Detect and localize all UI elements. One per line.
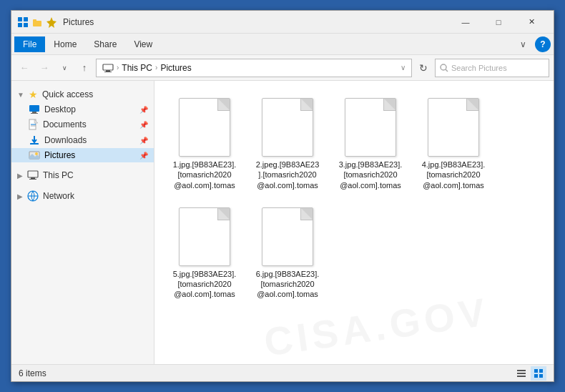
sidebar-spacer-2 — [11, 182, 154, 188]
search-icon — [440, 64, 448, 72]
svg-rect-24 — [29, 179, 36, 180]
file-name-5: 5.jpg.[9B83AE23].[tomasrich2020@aol.com]… — [173, 269, 237, 300]
back-button[interactable]: ← — [16, 59, 33, 77]
svg-rect-12 — [29, 105, 39, 112]
path-separator-1: › — [117, 64, 119, 72]
dropdown-button[interactable]: ∨ — [56, 59, 73, 77]
desktop-pin-icon: 📌 — [139, 106, 148, 114]
quick-access-arrow: ▼ — [17, 91, 24, 99]
addressbar: ← → ∨ ↑ › This PC › Pictures ∨ ↻ — [11, 55, 554, 81]
list-view-icon — [516, 368, 526, 378]
file-icon-6 — [262, 207, 313, 266]
svg-rect-7 — [103, 64, 113, 70]
sidebar-spacer-1 — [11, 162, 154, 168]
path-this-pc: This PC — [122, 63, 152, 73]
file-page-6 — [262, 207, 313, 266]
titlebar: Pictures — □ ✕ — [11, 11, 554, 34]
sidebar-item-pictures[interactable]: Pictures 📌 — [11, 148, 154, 162]
file-name-1: 1.jpg.[9B83AE23].[tomasrich2020@aol.com]… — [173, 160, 237, 190]
minimize-button[interactable]: — — [449, 11, 482, 34]
quick-access-star-icon: ★ — [29, 89, 38, 100]
grid-view-icon — [534, 368, 544, 378]
menubar-right: ∨ ? — [514, 36, 551, 52]
search-box[interactable]: Search Pictures — [435, 59, 549, 77]
svg-rect-3 — [24, 23, 28, 27]
forward-button[interactable]: → — [36, 59, 53, 77]
file-icon-3 — [345, 98, 396, 157]
address-path[interactable]: › This PC › Pictures ∨ — [96, 59, 412, 77]
svg-rect-30 — [534, 369, 538, 373]
maximize-button[interactable]: □ — [482, 11, 515, 34]
sidebar-label-downloads: Downloads — [44, 135, 87, 145]
file-icon-5 — [179, 207, 230, 266]
list-view-button[interactable] — [514, 366, 529, 381]
sidebar-item-downloads[interactable]: Downloads 📌 — [11, 132, 154, 148]
menubar-chevron[interactable]: ∨ — [514, 36, 532, 52]
path-pictures: Pictures — [160, 63, 191, 73]
svg-rect-1 — [24, 17, 28, 21]
file-item-4[interactable]: 4.jpg.[9B83AE23].[tomasrich2020@aol.com]… — [418, 95, 489, 193]
documents-pin-icon: 📌 — [139, 121, 148, 129]
svg-rect-27 — [517, 370, 526, 371]
menu-share[interactable]: Share — [85, 36, 125, 52]
file-icon-2 — [262, 98, 313, 157]
sidebar-label-desktop: Desktop — [44, 104, 76, 114]
sidebar-item-thispc[interactable]: ▶ This PC — [11, 168, 154, 182]
sidebar: ▼ ★ Quick access Desktop 📌 — [11, 81, 154, 364]
svg-rect-2 — [18, 23, 22, 27]
sidebar-label-documents: Documents — [43, 119, 87, 129]
view-switcher — [514, 366, 546, 381]
search-placeholder: Search Pictures — [451, 64, 507, 72]
file-item-6[interactable]: 6.jpg.[9B83AE23].[tomasrich2020@aol.com]… — [252, 205, 323, 303]
explorer-window: Pictures — □ ✕ File Home Share View ∨ ? … — [11, 10, 554, 382]
svg-line-11 — [446, 69, 448, 72]
file-item-5[interactable]: 5.jpg.[9B83AE23].[tomasrich2020@aol.com]… — [169, 205, 240, 303]
file-item-1[interactable]: 1.jpg.[9B83AE23].[tomasrich2020@aol.com]… — [169, 95, 240, 193]
downloads-pin-icon: 📌 — [139, 137, 148, 144]
svg-rect-14 — [31, 113, 38, 114]
window-controls: — □ ✕ — [449, 11, 548, 34]
help-button[interactable]: ? — [535, 36, 551, 52]
grid-view-button[interactable] — [531, 366, 546, 381]
file-page-1 — [179, 98, 230, 157]
quick-access-icon — [31, 16, 43, 28]
svg-rect-33 — [539, 374, 543, 378]
sidebar-label-quick-access: Quick access — [42, 89, 93, 99]
file-icon-1 — [179, 98, 230, 157]
sidebar-item-quick-access[interactable]: ▼ ★ Quick access — [11, 87, 154, 102]
svg-rect-8 — [106, 70, 110, 72]
file-item-2[interactable]: 2.jpeg.[9B83AE23].[tomasrich2020@aol.com… — [252, 95, 323, 193]
item-count: 6 items — [19, 368, 46, 378]
file-icon-4 — [428, 98, 479, 157]
sidebar-label-network: Network — [43, 191, 74, 201]
svg-rect-5 — [33, 19, 36, 22]
path-separator-2: › — [155, 64, 157, 72]
sidebar-label-pictures: Pictures — [44, 150, 75, 160]
thispc-arrow: ▶ — [17, 172, 23, 180]
svg-rect-22 — [28, 171, 38, 177]
close-button[interactable]: ✕ — [515, 11, 548, 34]
documents-icon — [29, 119, 39, 130]
menu-home[interactable]: Home — [45, 36, 85, 52]
file-area: CISA.GOV 1.jpg.[9B83AE23].[tomasrich2020… — [154, 81, 554, 364]
file-name-4: 4.jpg.[9B83AE23].[tomasrich2020@aol.com]… — [422, 160, 486, 190]
sidebar-item-documents[interactable]: Documents 📌 — [11, 117, 154, 132]
refresh-button[interactable]: ↻ — [415, 59, 432, 77]
statusbar: 6 items — [11, 364, 554, 381]
file-item-3[interactable]: 3.jpg.[9B83AE23].[tomasrich2020@aol.com]… — [335, 95, 406, 193]
menu-file[interactable]: File — [14, 36, 45, 52]
thispc-icon — [27, 170, 39, 180]
app-icon — [17, 16, 29, 28]
svg-rect-29 — [517, 376, 526, 377]
menu-view[interactable]: View — [125, 36, 161, 52]
svg-rect-32 — [534, 374, 538, 378]
sidebar-item-network[interactable]: ▶ Network — [11, 188, 154, 204]
downloads-icon — [29, 134, 40, 146]
pc-icon — [102, 64, 114, 72]
file-page-5 — [179, 207, 230, 266]
svg-rect-9 — [104, 72, 112, 72]
path-dropdown[interactable]: ∨ — [401, 64, 406, 72]
up-button[interactable]: ↑ — [76, 59, 93, 77]
sidebar-item-desktop[interactable]: Desktop 📌 — [11, 102, 154, 117]
svg-point-10 — [441, 64, 446, 70]
